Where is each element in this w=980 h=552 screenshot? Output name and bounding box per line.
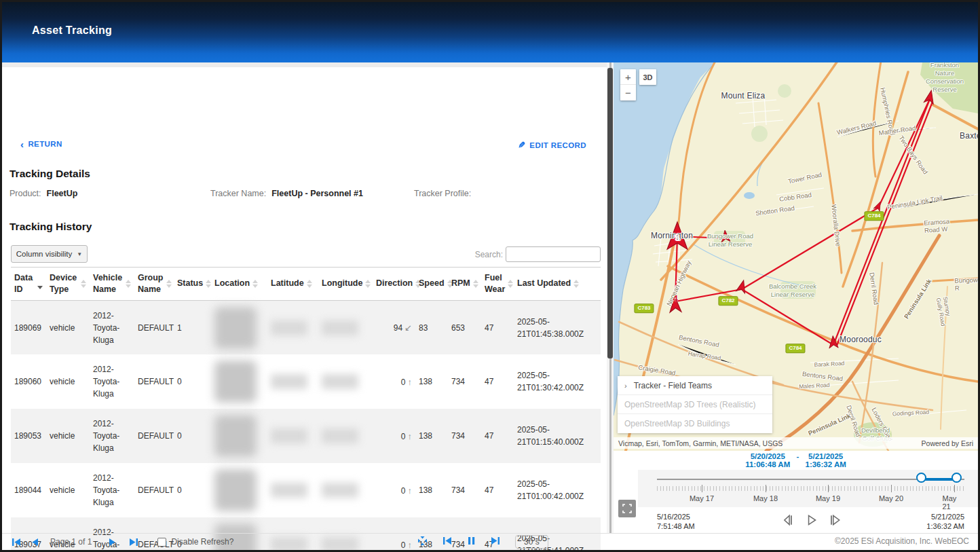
- last-page-button[interactable]: [129, 538, 138, 547]
- col-header-group-name[interactable]: Group Name: [134, 268, 174, 301]
- redacted-location: [214, 361, 257, 403]
- timeslider-handle-end[interactable]: [951, 473, 962, 483]
- app-surface: Asset Tracking ‹ RETURN ✎ EDIT RECORD Tr…: [2, 2, 978, 550]
- tracker-name-field: Tracker Name: FleetUp - Personnel #1: [210, 189, 363, 198]
- disable-refresh-checkbox[interactable]: Disable Refresh?: [157, 537, 233, 547]
- col-header-direction[interactable]: Direction: [373, 268, 415, 301]
- edit-record-label: EDIT RECORD: [529, 141, 586, 149]
- col-header-last-updated[interactable]: Last Updated: [514, 268, 601, 301]
- layer-item-osm-3d-buildings[interactable]: OpenStreetMap 3D Buildings: [618, 414, 772, 433]
- layer-item-tracker-field-teams[interactable]: › Tracker - Field Teams: [618, 376, 772, 395]
- col-header-speed[interactable]: Speed: [415, 268, 448, 301]
- highway-shield: C784: [785, 344, 805, 353]
- sort-icon: [206, 280, 211, 288]
- redacted-location: [214, 307, 257, 349]
- zoom-in-button[interactable]: +: [620, 69, 636, 85]
- col-header-device-type[interactable]: Device Type: [46, 268, 90, 301]
- redacted-longitude: [322, 428, 358, 443]
- return-button[interactable]: ‹ RETURN: [20, 140, 62, 148]
- page-indicator: Page 1 of 1: [50, 537, 92, 547]
- pause-refresh-button[interactable]: [467, 536, 476, 548]
- disable-refresh-label: Disable Refresh?: [171, 537, 233, 547]
- fullscreen-button[interactable]: [618, 500, 636, 517]
- col-header-location[interactable]: Location: [211, 268, 267, 301]
- powered-by-esri: Powered by Esri: [922, 439, 973, 447]
- col-header-latitude[interactable]: Latitude: [267, 268, 318, 301]
- app-header: Asset Tracking: [2, 2, 978, 62]
- product-field: Product: FleetUp: [10, 189, 77, 198]
- timeslider-tick-strip: [657, 486, 964, 491]
- search-label: Search:: [475, 250, 503, 259]
- redacted-latitude: [271, 483, 307, 498]
- application-window: Asset Tracking ‹ RETURN ✎ EDIT RECORD Tr…: [0, 0, 980, 552]
- range-start: 5/20/2025 11:06:48 AM: [745, 452, 790, 468]
- redacted-latitude: [271, 428, 307, 443]
- edit-record-button[interactable]: ✎ EDIT RECORD: [518, 140, 586, 150]
- axis-tick-label: May 19: [816, 494, 840, 502]
- col-header-longitude[interactable]: Longitude: [318, 268, 373, 301]
- sort-icon: [126, 280, 131, 288]
- direction-arrow-icon: ↑: [408, 485, 413, 496]
- timeslider-panel: May 17 May 18 May 19 May 20 May 21: [638, 470, 978, 507]
- timeslider-full-start: 5/16/2025 7:51:48 AM: [657, 512, 695, 532]
- product-value: FleetUp: [47, 189, 78, 198]
- tracker-profile-label: Tracker Profile:: [414, 189, 471, 198]
- timeslider-handle-start[interactable]: [916, 473, 926, 483]
- layer-item-osm-3d-trees[interactable]: OpenStreetMap 3D Trees (Realistic): [618, 395, 772, 414]
- sort-desc-icon: [37, 286, 43, 289]
- col-header-fuel-wear[interactable]: Fuel Wear: [481, 268, 514, 301]
- highway-shield: C783: [634, 303, 654, 313]
- table-header-row: Data ID Device Type Vehicle Name Group N…: [11, 268, 601, 301]
- checkbox-icon[interactable]: [157, 538, 166, 547]
- product-label: Product:: [10, 189, 41, 198]
- column-visibility-button[interactable]: Column visibility ▼: [11, 245, 88, 263]
- chevron-right-icon: ›: [624, 382, 627, 390]
- redacted-latitude: [271, 374, 307, 389]
- sort-icon: [252, 280, 258, 288]
- table-row: 189053 vehicle 2012-Toyota-Kluga DEFAULT…: [11, 409, 601, 463]
- highway-shield: C782: [718, 296, 738, 306]
- record-panel: ‹ RETURN ✎ EDIT RECORD Tracking Details …: [2, 62, 607, 533]
- axis-tick-label: May 17: [690, 494, 714, 502]
- sort-icon: [508, 280, 513, 288]
- map-3d-button[interactable]: 3D: [639, 69, 656, 85]
- col-header-data-id[interactable]: Data ID: [11, 268, 46, 301]
- play-button[interactable]: [805, 513, 818, 527]
- highway-shield: C784: [864, 211, 884, 221]
- map-zoom-control: + −: [620, 69, 636, 100]
- redacted-location: [214, 469, 257, 511]
- map-panel[interactable]: Mount Eliza Frankston Nature Conservatio…: [614, 62, 978, 550]
- chevron-left-icon: ‹: [20, 141, 24, 148]
- copyright-text: ©2025 ESi Acquisition, Inc. WebEOC: [835, 536, 969, 546]
- tracker-profile-field: Tracker Profile:: [414, 189, 476, 198]
- vertical-scrollbar[interactable]: [607, 62, 614, 533]
- fullscreen-icon: [622, 504, 632, 513]
- step-forward-button[interactable]: [828, 513, 842, 527]
- zoom-out-button[interactable]: −: [620, 85, 636, 100]
- col-header-vehicle-name[interactable]: Vehicle Name: [90, 268, 134, 301]
- col-header-status[interactable]: Status: [174, 268, 211, 301]
- pencil-icon: ✎: [518, 140, 525, 150]
- table-row: 189060 vehicle 2012-Toyota-Kluga DEFAULT…: [11, 354, 601, 409]
- panel-top-strip: [2, 62, 607, 67]
- map-attribution: Vicmap, Esri, TomTom, Garmin, METI/NASA,…: [614, 437, 978, 449]
- refresh-controls: 30 s: [417, 534, 548, 550]
- redacted-location: [214, 415, 257, 457]
- restart-refresh-button[interactable]: [442, 536, 452, 548]
- skip-refresh-button[interactable]: [491, 536, 500, 548]
- tracking-history-table: Data ID Device Type Vehicle Name Group N…: [11, 267, 601, 550]
- direction-arrow-icon: ↑: [408, 431, 413, 441]
- col-header-rpm[interactable]: RPM: [448, 268, 481, 301]
- search-input[interactable]: [506, 246, 601, 262]
- direction-arrow-icon: ↙: [404, 323, 412, 333]
- scrollbar-thumb[interactable]: [607, 68, 613, 358]
- refresh-interval-value[interactable]: 30 s: [515, 535, 548, 549]
- previous-page-button[interactable]: [31, 538, 39, 547]
- next-page-button[interactable]: [108, 538, 117, 547]
- collapse-button[interactable]: [417, 536, 428, 549]
- axis-tick-label: May 20: [879, 494, 903, 502]
- first-page-button[interactable]: [12, 538, 21, 547]
- step-back-button[interactable]: [782, 513, 795, 527]
- sort-icon: [307, 280, 312, 288]
- sort-icon: [365, 280, 371, 288]
